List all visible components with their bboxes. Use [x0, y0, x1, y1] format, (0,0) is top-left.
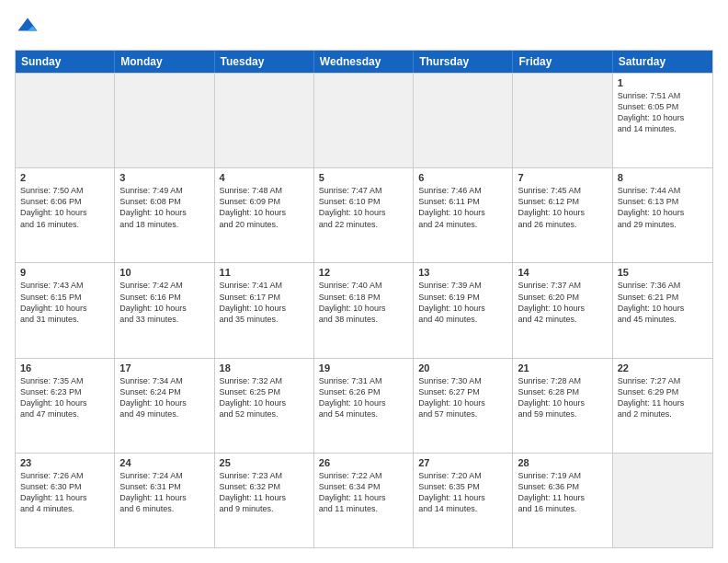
- day-info: Sunrise: 7:47 AM Sunset: 6:10 PM Dayligh…: [319, 185, 408, 230]
- day-cell-10: 10Sunrise: 7:42 AM Sunset: 6:16 PM Dayli…: [115, 263, 214, 357]
- empty-cell: [513, 74, 612, 167]
- header-day-monday: Monday: [115, 51, 214, 73]
- day-info: Sunrise: 7:27 AM Sunset: 6:29 PM Dayligh…: [618, 375, 708, 420]
- day-cell-26: 26Sunrise: 7:22 AM Sunset: 6:34 PM Dayli…: [314, 454, 414, 547]
- day-cell-28: 28Sunrise: 7:19 AM Sunset: 6:36 PM Dayli…: [513, 454, 612, 547]
- day-number: 1: [618, 77, 708, 88]
- day-cell-18: 18Sunrise: 7:32 AM Sunset: 6:25 PM Dayli…: [215, 359, 314, 453]
- page: SundayMondayTuesdayWednesdayThursdayFrid…: [0, 0, 728, 563]
- header-day-wednesday: Wednesday: [314, 51, 414, 73]
- day-number: 15: [618, 267, 708, 278]
- day-cell-6: 6Sunrise: 7:46 AM Sunset: 6:11 PM Daylig…: [414, 168, 513, 262]
- day-number: 24: [119, 457, 209, 468]
- day-info: Sunrise: 7:26 AM Sunset: 6:30 PM Dayligh…: [20, 470, 109, 515]
- empty-cell: [215, 74, 314, 167]
- calendar-row-4: 23Sunrise: 7:26 AM Sunset: 6:30 PM Dayli…: [16, 453, 712, 547]
- day-number: 18: [220, 362, 309, 373]
- empty-cell: [115, 74, 214, 167]
- logo: [15, 15, 44, 40]
- header-day-tuesday: Tuesday: [215, 51, 314, 73]
- day-cell-13: 13Sunrise: 7:39 AM Sunset: 6:19 PM Dayli…: [414, 263, 513, 357]
- day-cell-8: 8Sunrise: 7:44 AM Sunset: 6:13 PM Daylig…: [613, 168, 712, 262]
- day-cell-15: 15Sunrise: 7:36 AM Sunset: 6:21 PM Dayli…: [613, 263, 712, 357]
- day-info: Sunrise: 7:46 AM Sunset: 6:11 PM Dayligh…: [418, 185, 507, 230]
- day-number: 2: [20, 172, 109, 183]
- header-day-sunday: Sunday: [16, 51, 115, 73]
- day-number: 11: [220, 267, 309, 278]
- header-day-saturday: Saturday: [613, 51, 712, 73]
- day-number: 8: [618, 172, 708, 183]
- day-number: 25: [220, 457, 309, 468]
- day-info: Sunrise: 7:19 AM Sunset: 6:36 PM Dayligh…: [518, 470, 607, 515]
- day-number: 12: [319, 267, 408, 278]
- day-info: Sunrise: 7:37 AM Sunset: 6:20 PM Dayligh…: [518, 280, 607, 325]
- logo-icon: [15, 15, 40, 40]
- day-number: 26: [319, 457, 408, 468]
- day-info: Sunrise: 7:43 AM Sunset: 6:15 PM Dayligh…: [20, 280, 109, 325]
- day-number: 23: [20, 457, 109, 468]
- day-info: Sunrise: 7:22 AM Sunset: 6:34 PM Dayligh…: [319, 470, 408, 515]
- day-cell-11: 11Sunrise: 7:41 AM Sunset: 6:17 PM Dayli…: [215, 263, 314, 357]
- day-info: Sunrise: 7:45 AM Sunset: 6:12 PM Dayligh…: [518, 185, 607, 230]
- day-number: 5: [319, 172, 408, 183]
- day-number: 10: [119, 267, 209, 278]
- day-number: 17: [119, 362, 209, 373]
- day-cell-12: 12Sunrise: 7:40 AM Sunset: 6:18 PM Dayli…: [314, 263, 414, 357]
- day-info: Sunrise: 7:40 AM Sunset: 6:18 PM Dayligh…: [319, 280, 408, 325]
- day-cell-5: 5Sunrise: 7:47 AM Sunset: 6:10 PM Daylig…: [314, 168, 414, 262]
- day-cell-16: 16Sunrise: 7:35 AM Sunset: 6:23 PM Dayli…: [16, 359, 115, 453]
- day-cell-1: 1Sunrise: 7:51 AM Sunset: 6:05 PM Daylig…: [613, 74, 712, 167]
- day-number: 22: [618, 362, 708, 373]
- day-info: Sunrise: 7:30 AM Sunset: 6:27 PM Dayligh…: [418, 375, 507, 420]
- day-info: Sunrise: 7:49 AM Sunset: 6:08 PM Dayligh…: [119, 185, 209, 230]
- day-info: Sunrise: 7:20 AM Sunset: 6:35 PM Dayligh…: [418, 470, 507, 515]
- header: [15, 15, 713, 40]
- day-cell-9: 9Sunrise: 7:43 AM Sunset: 6:15 PM Daylig…: [16, 263, 115, 357]
- day-cell-24: 24Sunrise: 7:24 AM Sunset: 6:31 PM Dayli…: [115, 454, 214, 547]
- empty-cell: [414, 74, 513, 167]
- day-info: Sunrise: 7:50 AM Sunset: 6:06 PM Dayligh…: [20, 185, 109, 230]
- day-number: 7: [518, 172, 607, 183]
- calendar-row-2: 9Sunrise: 7:43 AM Sunset: 6:15 PM Daylig…: [16, 262, 712, 357]
- day-number: 28: [518, 457, 607, 468]
- day-info: Sunrise: 7:34 AM Sunset: 6:24 PM Dayligh…: [119, 375, 209, 420]
- calendar-header: SundayMondayTuesdayWednesdayThursdayFrid…: [16, 51, 712, 73]
- day-cell-20: 20Sunrise: 7:30 AM Sunset: 6:27 PM Dayli…: [414, 359, 513, 453]
- day-info: Sunrise: 7:51 AM Sunset: 6:05 PM Dayligh…: [618, 90, 708, 135]
- day-number: 6: [418, 172, 507, 183]
- empty-cell: [314, 74, 414, 167]
- day-cell-3: 3Sunrise: 7:49 AM Sunset: 6:08 PM Daylig…: [115, 168, 214, 262]
- day-cell-21: 21Sunrise: 7:28 AM Sunset: 6:28 PM Dayli…: [513, 359, 612, 453]
- day-number: 13: [418, 267, 507, 278]
- day-cell-25: 25Sunrise: 7:23 AM Sunset: 6:32 PM Dayli…: [215, 454, 314, 547]
- day-number: 16: [20, 362, 109, 373]
- day-cell-17: 17Sunrise: 7:34 AM Sunset: 6:24 PM Dayli…: [115, 359, 214, 453]
- header-day-friday: Friday: [513, 51, 612, 73]
- day-cell-7: 7Sunrise: 7:45 AM Sunset: 6:12 PM Daylig…: [513, 168, 612, 262]
- header-day-thursday: Thursday: [414, 51, 513, 73]
- day-cell-22: 22Sunrise: 7:27 AM Sunset: 6:29 PM Dayli…: [613, 359, 712, 453]
- calendar-row-1: 2Sunrise: 7:50 AM Sunset: 6:06 PM Daylig…: [16, 167, 712, 262]
- day-number: 4: [220, 172, 309, 183]
- calendar-row-3: 16Sunrise: 7:35 AM Sunset: 6:23 PM Dayli…: [16, 358, 712, 453]
- day-number: 20: [418, 362, 507, 373]
- day-info: Sunrise: 7:39 AM Sunset: 6:19 PM Dayligh…: [418, 280, 507, 325]
- day-info: Sunrise: 7:44 AM Sunset: 6:13 PM Dayligh…: [618, 185, 708, 230]
- day-info: Sunrise: 7:36 AM Sunset: 6:21 PM Dayligh…: [618, 280, 708, 325]
- day-info: Sunrise: 7:35 AM Sunset: 6:23 PM Dayligh…: [20, 375, 109, 420]
- day-number: 9: [20, 267, 109, 278]
- day-info: Sunrise: 7:42 AM Sunset: 6:16 PM Dayligh…: [119, 280, 209, 325]
- day-cell-14: 14Sunrise: 7:37 AM Sunset: 6:20 PM Dayli…: [513, 263, 612, 357]
- day-cell-19: 19Sunrise: 7:31 AM Sunset: 6:26 PM Dayli…: [314, 359, 414, 453]
- day-info: Sunrise: 7:31 AM Sunset: 6:26 PM Dayligh…: [319, 375, 408, 420]
- day-info: Sunrise: 7:48 AM Sunset: 6:09 PM Dayligh…: [220, 185, 309, 230]
- day-cell-23: 23Sunrise: 7:26 AM Sunset: 6:30 PM Dayli…: [16, 454, 115, 547]
- empty-cell: [613, 454, 712, 547]
- day-info: Sunrise: 7:32 AM Sunset: 6:25 PM Dayligh…: [220, 375, 309, 420]
- day-info: Sunrise: 7:41 AM Sunset: 6:17 PM Dayligh…: [220, 280, 309, 325]
- day-number: 27: [418, 457, 507, 468]
- day-cell-4: 4Sunrise: 7:48 AM Sunset: 6:09 PM Daylig…: [215, 168, 314, 262]
- day-info: Sunrise: 7:23 AM Sunset: 6:32 PM Dayligh…: [220, 470, 309, 515]
- day-cell-27: 27Sunrise: 7:20 AM Sunset: 6:35 PM Dayli…: [414, 454, 513, 547]
- day-number: 3: [119, 172, 209, 183]
